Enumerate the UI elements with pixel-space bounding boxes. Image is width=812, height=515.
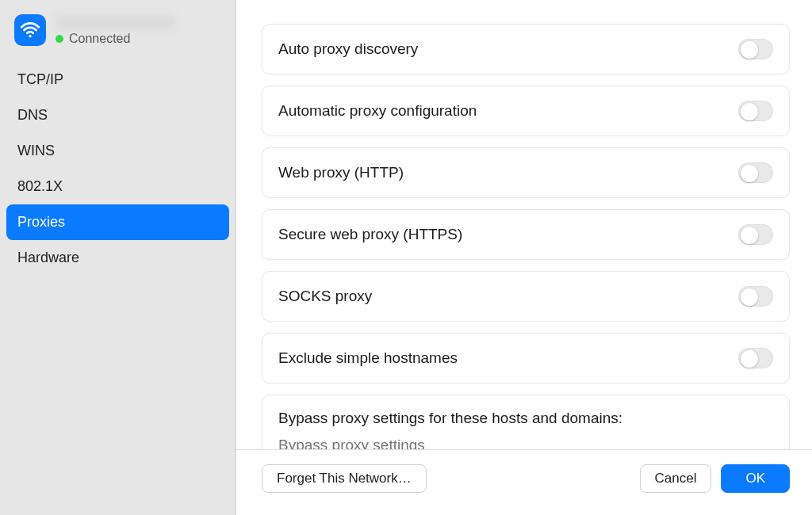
cancel-button[interactable]: Cancel <box>640 464 712 493</box>
svg-point-0 <box>29 35 31 37</box>
toggle-label: SOCKS proxy <box>278 288 372 305</box>
sidebar-item-dns[interactable]: DNS <box>6 97 229 133</box>
toggle-exclude-simple[interactable] <box>738 348 773 368</box>
bypass-card: Bypass proxy settings for these hosts an… <box>262 395 790 449</box>
toggle-row-web-proxy: Web proxy (HTTP) <box>262 147 790 198</box>
toggle-auto-config[interactable] <box>738 101 773 121</box>
toggle-row-exclude-simple: Exclude simple hostnames <box>262 333 790 383</box>
network-header-text: Connected <box>56 14 174 46</box>
footer: Forget This Network… Cancel OK <box>236 449 812 515</box>
sidebar-item-proxies[interactable]: Proxies <box>6 204 229 240</box>
toggle-secure-web-proxy[interactable] <box>738 224 773 245</box>
toggle-label: Auto proxy discovery <box>278 40 418 58</box>
ok-button[interactable]: OK <box>721 464 790 493</box>
bypass-input[interactable] <box>278 437 773 449</box>
bypass-title: Bypass proxy settings for these hosts an… <box>278 410 773 427</box>
toggle-label: Web proxy (HTTP) <box>278 164 404 181</box>
network-ssid <box>56 14 174 30</box>
main-content: Auto proxy discovery Automatic proxy con… <box>236 0 812 449</box>
toggle-row-secure-web-proxy: Secure web proxy (HTTPS) <box>262 209 790 260</box>
toggle-row-auto-discovery: Auto proxy discovery <box>262 24 790 74</box>
sidebar-item-hardware[interactable]: Hardware <box>6 240 229 276</box>
network-header: Connected <box>0 14 236 57</box>
status-label: Connected <box>69 32 130 46</box>
toggle-row-auto-config: Automatic proxy configuration <box>262 86 790 136</box>
sidebar-nav: TCP/IP DNS WINS 802.1X Proxies Hardware <box>0 57 236 280</box>
toggle-label: Exclude simple hostnames <box>278 349 458 367</box>
toggle-label: Secure web proxy (HTTPS) <box>278 226 462 243</box>
wifi-icon <box>14 14 46 46</box>
toggle-row-socks-proxy: SOCKS proxy <box>262 271 790 322</box>
sidebar-item-tcpip[interactable]: TCP/IP <box>6 62 229 97</box>
toggle-socks-proxy[interactable] <box>738 286 773 307</box>
network-status: Connected <box>56 32 174 46</box>
sidebar-item-wins[interactable]: WINS <box>6 133 229 169</box>
status-dot-icon <box>56 35 63 43</box>
forget-network-button[interactable]: Forget This Network… <box>262 464 427 493</box>
footer-right: Cancel OK <box>640 464 790 493</box>
toggle-web-proxy[interactable] <box>738 162 773 183</box>
sidebar-item-8021x[interactable]: 802.1X <box>6 169 229 204</box>
toggle-auto-discovery[interactable] <box>738 39 773 59</box>
sidebar: Connected TCP/IP DNS WINS 802.1X Proxies… <box>0 0 236 515</box>
main-panel: Auto proxy discovery Automatic proxy con… <box>236 0 812 515</box>
toggle-label: Automatic proxy configuration <box>278 102 477 120</box>
